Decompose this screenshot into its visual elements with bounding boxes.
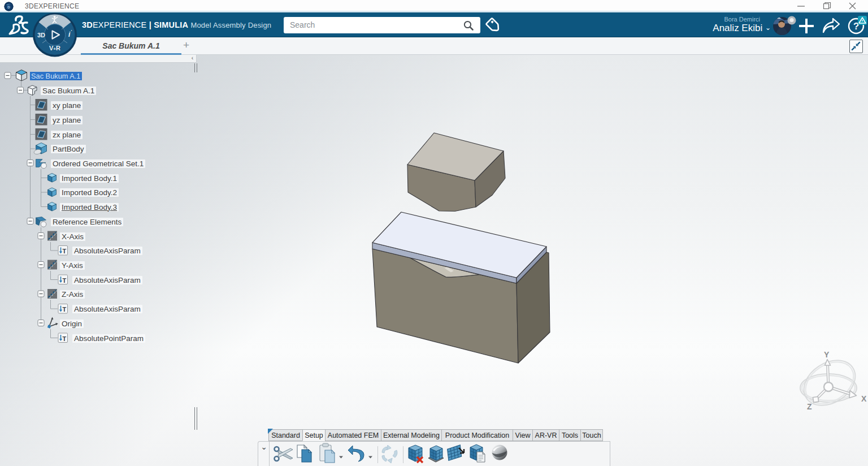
svg-text:3D: 3D: [37, 32, 45, 38]
svg-text:D: D: [7, 6, 10, 9]
svg-text:Y: Y: [824, 350, 830, 359]
svg-text:T: T: [63, 248, 67, 254]
svg-text:X: X: [861, 394, 867, 403]
svg-text:Z: Z: [807, 402, 812, 411]
